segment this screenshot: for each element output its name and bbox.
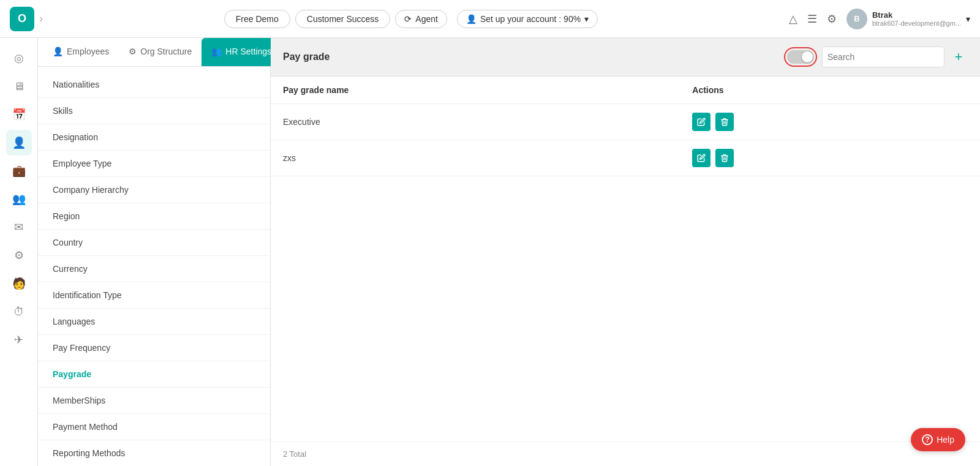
settings-icon[interactable]: ⚙ (827, 12, 837, 26)
employee-type-menu[interactable]: Employee Type (38, 151, 270, 177)
sidebar-item-settings[interactable]: ⚙ (6, 242, 32, 268)
user-name: Btrak (872, 10, 961, 20)
paygrade-table-container: Pay grade name Actions Executive (271, 77, 980, 442)
nav-menu: Nationalities Skills Designation Employe… (38, 67, 270, 466)
memberships-menu[interactable]: MemberShips (38, 388, 270, 414)
reporting-methods-menu[interactable]: Reporting Methods (38, 440, 270, 466)
org-icon: ⚙ (129, 47, 137, 56)
sidebar-item-person[interactable]: 🧑 (6, 271, 32, 296)
nationalities-menu[interactable]: Nationalities (38, 72, 270, 98)
delete-icon (720, 154, 729, 162)
zxs-delete-button[interactable] (715, 149, 734, 167)
top-nav: O › Free Demo Customer Success ⟳ Agent 👤… (0, 0, 980, 38)
sidebar-item-mail[interactable]: ✉ (6, 214, 32, 240)
zxs-name-cell: zxs (271, 140, 680, 176)
user-profile[interactable]: B Btrak btrak607-development@gm... ▾ (846, 9, 970, 29)
user-dropdown-icon[interactable]: ▾ (966, 14, 970, 24)
executive-actions-cell (680, 104, 980, 140)
designation-menu[interactable]: Designation (38, 124, 270, 151)
skills-menu[interactable]: Skills (38, 98, 270, 124)
top-nav-center: Free Demo Customer Success ⟳ Agent 👤 Set… (224, 10, 598, 28)
sidebar-item-people[interactable]: 👤 (6, 130, 32, 156)
edit-icon (697, 154, 706, 162)
edit-icon (697, 118, 706, 126)
table-row: zxs (271, 140, 980, 176)
paygrade-menu[interactable]: Paygrade (38, 361, 270, 388)
page-title: Pay grade (283, 51, 330, 62)
region-menu[interactable]: Region (38, 203, 270, 230)
total-count: 2 Total (283, 449, 306, 459)
sidebar-item-send[interactable]: ✈ (6, 327, 32, 353)
sidebar-item-team[interactable]: 👥 (6, 186, 32, 212)
content-header: Pay grade + (271, 38, 980, 77)
zxs-action-buttons (692, 149, 968, 167)
zxs-edit-button[interactable] (692, 149, 710, 167)
org-structure-tab[interactable]: ⚙ Org Structure (119, 38, 202, 66)
free-demo-button[interactable]: Free Demo (224, 10, 290, 28)
icon-sidebar: ◎ 🖥 📅 👤 💼 👥 ✉ ⚙ 🧑 ⏱ ✈ (0, 38, 38, 466)
content-area: Pay grade + Pay grade name Actions (271, 38, 980, 466)
toggle-highlight (784, 47, 817, 67)
employees-icon: 👤 (53, 47, 63, 56)
pay-frequency-menu[interactable]: Pay Frequency (38, 335, 270, 361)
top-nav-icon-group: △ ☰ ⚙ (789, 12, 837, 26)
help-icon: ? (922, 434, 933, 445)
search-box[interactable] (822, 47, 944, 67)
actions-header: Actions (680, 77, 980, 104)
sidebar-item-dashboard[interactable]: ◎ (6, 45, 32, 71)
languages-menu[interactable]: Languages (38, 309, 270, 335)
executive-delete-button[interactable] (715, 113, 734, 131)
sidebar-item-calendar[interactable]: 📅 (6, 102, 32, 127)
executive-action-buttons (692, 113, 968, 131)
executive-edit-button[interactable] (692, 113, 710, 131)
search-input[interactable] (827, 52, 939, 62)
payment-method-menu[interactable]: Payment Method (38, 414, 270, 440)
user-info: Btrak btrak607-development@gm... (872, 10, 961, 27)
app-logo[interactable]: O (10, 7, 34, 31)
content-footer: 2 Total (271, 442, 980, 466)
hr-settings-icon: 👥 (211, 47, 222, 56)
content-header-right: + (784, 47, 968, 67)
paygrade-toggle[interactable] (787, 50, 814, 64)
table-row: Executive (271, 104, 980, 140)
executive-name-cell: Executive (271, 104, 680, 140)
toggle-knob (802, 51, 813, 62)
identification-type-menu[interactable]: Identification Type (38, 282, 270, 309)
hr-settings-tab[interactable]: 👥 HR Settings (202, 38, 281, 66)
currency-menu[interactable]: Currency (38, 256, 270, 282)
nav-expand-icon[interactable]: › (39, 12, 43, 25)
nav-tabs: 👤 Employees ⚙ Org Structure 👥 HR Setting… (38, 38, 270, 67)
agent-refresh-icon: ⟳ (404, 14, 412, 24)
doc-icon[interactable]: ☰ (807, 12, 817, 26)
setup-account-button[interactable]: 👤 Set up your account : 90% ▾ (457, 10, 598, 28)
avatar: B (846, 9, 867, 29)
paygrade-table: Pay grade name Actions Executive (271, 77, 980, 176)
delete-icon (720, 118, 729, 126)
sidebar-item-clock[interactable]: ⏱ (6, 299, 32, 325)
customer-success-button[interactable]: Customer Success (295, 10, 390, 28)
agent-button[interactable]: ⟳ Agent (395, 10, 447, 28)
company-hierarchy-menu[interactable]: Company Hierarchy (38, 177, 270, 203)
sidebar-item-monitor[interactable]: 🖥 (6, 73, 32, 99)
user-email: btrak607-development@gm... (872, 20, 961, 27)
person-setup-icon: 👤 (466, 14, 477, 24)
nav-panel: 👤 Employees ⚙ Org Structure 👥 HR Setting… (38, 38, 271, 466)
employees-tab[interactable]: 👤 Employees (43, 38, 119, 66)
sidebar-item-briefcase[interactable]: 💼 (6, 158, 32, 184)
zxs-actions-cell (680, 140, 980, 176)
setup-chevron-icon: ▾ (584, 14, 589, 24)
add-button[interactable]: + (949, 48, 968, 66)
help-button[interactable]: ? Help (911, 428, 965, 451)
country-menu[interactable]: Country (38, 230, 270, 256)
alert-icon[interactable]: △ (789, 12, 797, 26)
main-layout: ◎ 🖥 📅 👤 💼 👥 ✉ ⚙ 🧑 ⏱ ✈ 👤 Employees ⚙ Org … (0, 38, 980, 466)
pay-grade-name-header: Pay grade name (271, 77, 680, 104)
